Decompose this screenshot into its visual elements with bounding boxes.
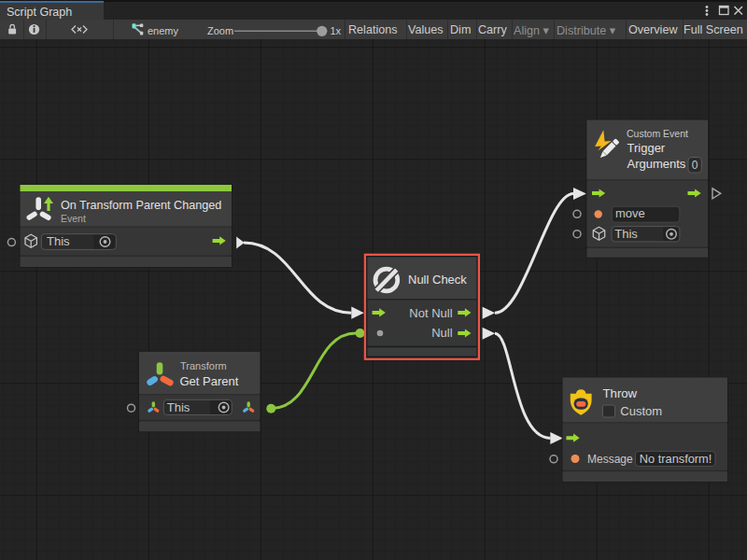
svg-text:0: 0 xyxy=(692,159,698,172)
svg-text:move: move xyxy=(615,206,645,220)
svg-text:Get Parent: Get Parent xyxy=(180,374,239,388)
svg-text:Null Check: Null Check xyxy=(408,273,467,287)
svg-text:This: This xyxy=(47,234,70,248)
svg-text:Event: Event xyxy=(61,213,86,224)
svg-text:Message: Message xyxy=(587,453,633,466)
svg-text:Custom Event: Custom Event xyxy=(627,128,688,139)
svg-text:This: This xyxy=(614,227,638,241)
svg-text:Transform: Transform xyxy=(180,360,227,371)
svg-text:This: This xyxy=(167,400,190,414)
svg-text:On Transform Parent Changed: On Transform Parent Changed xyxy=(61,199,221,212)
svg-text:Throw: Throw xyxy=(603,386,638,400)
svg-text:Arguments: Arguments xyxy=(627,157,686,171)
svg-text:Not Null: Not Null xyxy=(409,306,452,320)
svg-text:No transform!: No transform! xyxy=(640,452,712,466)
svg-text:Null: Null xyxy=(431,326,453,340)
svg-text:Trigger: Trigger xyxy=(627,141,666,155)
svg-text:Custom: Custom xyxy=(620,404,662,418)
